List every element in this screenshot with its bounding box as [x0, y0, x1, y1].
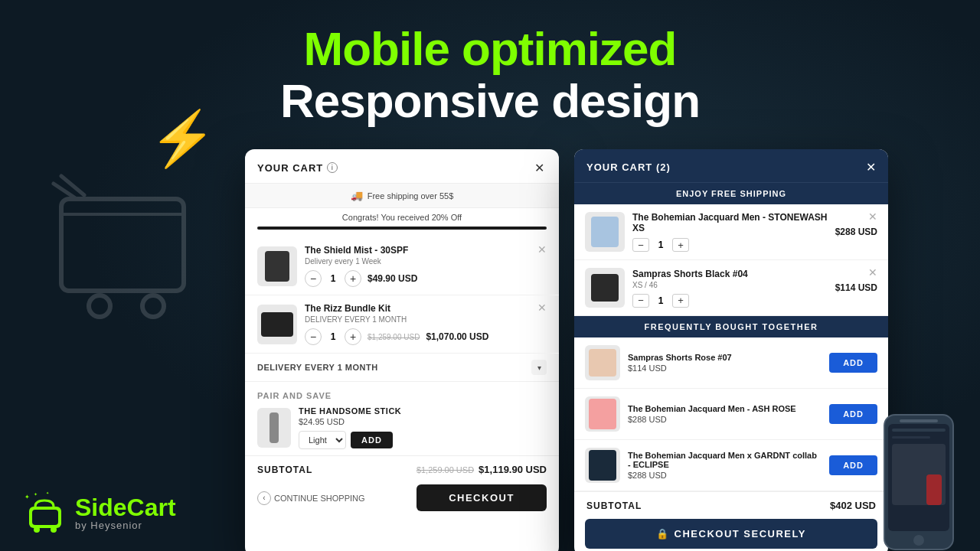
right-cart-header: YOUR CART (2) ✕ — [574, 149, 888, 182]
right-item-1-image — [585, 212, 625, 252]
item-2-increase-button[interactable]: + — [345, 328, 361, 345]
progress-bar — [257, 227, 547, 230]
right-item-1-details: The Bohemian Jacquard Men - STONEWASH XS… — [632, 212, 828, 252]
left-subtotal-label: SUBTOTAL — [257, 465, 312, 475]
fbt-item-3-price: $288 USD — [628, 471, 822, 480]
svg-point-1 — [89, 295, 110, 317]
logo-sub: by Heysenior — [75, 520, 176, 531]
fbt-item-1-image — [585, 345, 620, 380]
ghost-cart-icon — [46, 168, 199, 324]
fbt-item-3: The Bohemian Jacquard Men x GARDNT colla… — [574, 440, 888, 491]
item-1-qty-row: − 1 + $49.90 USD — [305, 270, 547, 287]
header-line2: Responsive design — [0, 75, 980, 127]
fbt-item-2-image — [585, 396, 620, 432]
item-1-details: The Shield Mist - 30SPF Delivery every 1… — [305, 245, 547, 287]
right-item-1-remove-button[interactable]: ✕ — [868, 210, 877, 223]
fbt-label: FREQUENTLY BOUGHT TOGETHER — [574, 316, 888, 337]
left-cart-item-2: The Rizz Bundle Kit DELIVERY EVERY 1 MON… — [245, 295, 559, 354]
right-item-1-increase-button[interactable]: + — [672, 238, 689, 252]
right-item-2-name: Sampras Shorts Black #04 — [632, 269, 828, 279]
svg-rect-13 — [892, 429, 946, 432]
right-item-1-decrease-button[interactable]: − — [632, 238, 649, 252]
right-subtotal-row: SUBTOTAL $402 USD — [574, 491, 888, 516]
upsell-variant-select[interactable]: Light — [299, 431, 346, 449]
upsell-details: THE HANDSOME STICK $24.95 USD Light ADD — [299, 406, 547, 449]
svg-rect-7 — [32, 510, 58, 525]
item-2-qty: 1 — [328, 331, 338, 342]
left-subtotal-orig: $1,259.00 USD — [416, 465, 474, 474]
item-1-name: The Shield Mist - 30SPF — [305, 245, 547, 256]
fbt-item-2-details: The Bohemian Jacquard Men - ASH ROSE $28… — [628, 404, 822, 424]
item-1-decrease-button[interactable]: − — [305, 270, 322, 287]
right-item-1-qty-row: − 1 + — [632, 238, 828, 252]
item-1-increase-button[interactable]: + — [345, 270, 361, 287]
continue-shopping-button[interactable]: ‹ CONTINUE SHOPPING — [257, 491, 365, 505]
lock-icon: 🔒 — [656, 528, 670, 540]
right-item-2-decrease-button[interactable]: − — [632, 294, 649, 308]
pair-save-section: PAIR AND SAVE THE HANDSOME STICK $24.95 … — [245, 382, 559, 455]
item-2-remove-button[interactable]: ✕ — [537, 302, 547, 314]
pair-save-label: PAIR AND SAVE — [257, 391, 547, 400]
item-1-image — [257, 246, 297, 286]
fbt-item-1-price: $114 USD — [628, 364, 822, 373]
fbt-item-1: Sampras Shorts Rose #07 $114 USD ADD — [574, 337, 888, 389]
right-subtotal-label: SUBTOTAL — [586, 500, 642, 511]
free-shipping-bar: 🚚 Free shipping over 55$ — [245, 184, 559, 208]
delivery-chevron-icon[interactable]: ▾ — [531, 360, 547, 375]
svg-rect-14 — [892, 436, 930, 439]
truck-icon: 🚚 — [351, 190, 363, 201]
header-line1: Mobile optimized — [0, 23, 980, 75]
svg-point-2 — [142, 295, 164, 317]
item-1-remove-button[interactable]: ✕ — [537, 243, 547, 256]
right-cart-close-button[interactable]: ✕ — [866, 160, 876, 174]
upsell-price: $24.95 USD — [299, 417, 547, 426]
left-cart-title: YOUR CART i — [257, 162, 338, 174]
delivery-label: DELIVERY EVERY 1 MONTH — [257, 363, 378, 372]
item-2-orig-price: $1,259.00 USD — [368, 333, 420, 341]
lightning-icon: ⚡ — [149, 107, 216, 170]
right-cart-item-2: Sampras Shorts Black #04 XS / 46 − 1 + $… — [574, 260, 888, 316]
item-2-decrease-button[interactable]: − — [305, 328, 322, 345]
item-1-price: $49.90 USD — [368, 273, 417, 284]
left-cart-panel: YOUR CART i ✕ 🚚 Free shipping over 55$ C… — [245, 149, 559, 551]
svg-point-9 — [51, 527, 57, 533]
right-item-2-sub: XS / 46 — [632, 281, 828, 289]
cart-info-icon[interactable]: i — [327, 162, 338, 173]
checkout-button[interactable]: CHECKOUT — [416, 484, 547, 511]
left-cart-subtotal-row: SUBTOTAL $1,259.00 USD $1,119.90 USD — [245, 455, 559, 480]
right-item-2-qty: 1 — [655, 295, 666, 306]
right-item-2-remove-button[interactable]: ✕ — [868, 266, 877, 279]
left-subtotal-prices: $1,259.00 USD $1,119.90 USD — [416, 464, 547, 475]
congrats-text: Congrats! You received 20% Off — [245, 208, 559, 223]
svg-rect-16 — [926, 474, 942, 505]
cart-panels: YOUR CART i ✕ 🚚 Free shipping over 55$ C… — [245, 149, 888, 551]
enjoy-free-shipping-bar: ENJOY FREE SHIPPING — [574, 182, 888, 204]
fbt-item-3-add-button[interactable]: ADD — [829, 455, 877, 475]
right-item-1-qty: 1 — [655, 240, 666, 250]
left-cart-close-button[interactable]: ✕ — [531, 160, 547, 175]
upsell-add-button[interactable]: ADD — [351, 432, 393, 448]
sidecart-logo: ✦ ✦ ✦ SideCart by Heysenior — [23, 490, 176, 536]
right-cart-title: YOUR CART (2) — [586, 161, 671, 173]
logo-text-group: SideCart by Heysenior — [75, 495, 176, 531]
left-cart-item-1: The Shield Mist - 30SPF Delivery every 1… — [245, 237, 559, 295]
right-item-2-qty-row: − 1 + — [632, 294, 828, 308]
item-1-sub: Delivery every 1 Week — [305, 257, 547, 266]
fbt-item-1-add-button[interactable]: ADD — [829, 353, 877, 373]
continue-chevron-icon: ‹ — [257, 491, 271, 505]
right-item-2-increase-button[interactable]: + — [672, 294, 689, 308]
fbt-item-3-name: The Bohemian Jacquard Men x GARDNT colla… — [628, 451, 822, 469]
item-2-sub: DELIVERY EVERY 1 MONTH — [305, 315, 547, 324]
item-2-qty-row: − 1 + $1,259.00 USD $1,070.00 USD — [305, 328, 547, 345]
item-2-image — [257, 305, 297, 344]
fbt-item-2-price: $288 USD — [628, 415, 822, 424]
svg-rect-12 — [900, 419, 938, 422]
fbt-item-1-name: Sampras Shorts Rose #07 — [628, 353, 822, 362]
right-item-2-price: $114 USD — [835, 282, 877, 293]
item-2-details: The Rizz Bundle Kit DELIVERY EVERY 1 MON… — [305, 303, 547, 345]
checkout-securely-button[interactable]: 🔒 CHECKOUT SECURELY — [585, 519, 877, 549]
fbt-item-2-add-button[interactable]: ADD — [829, 404, 877, 424]
upsell-select-row: Light ADD — [299, 431, 547, 449]
right-subtotal-final: $402 USD — [830, 500, 876, 511]
fbt-item-2-name: The Bohemian Jacquard Men - ASH ROSE — [628, 404, 822, 413]
